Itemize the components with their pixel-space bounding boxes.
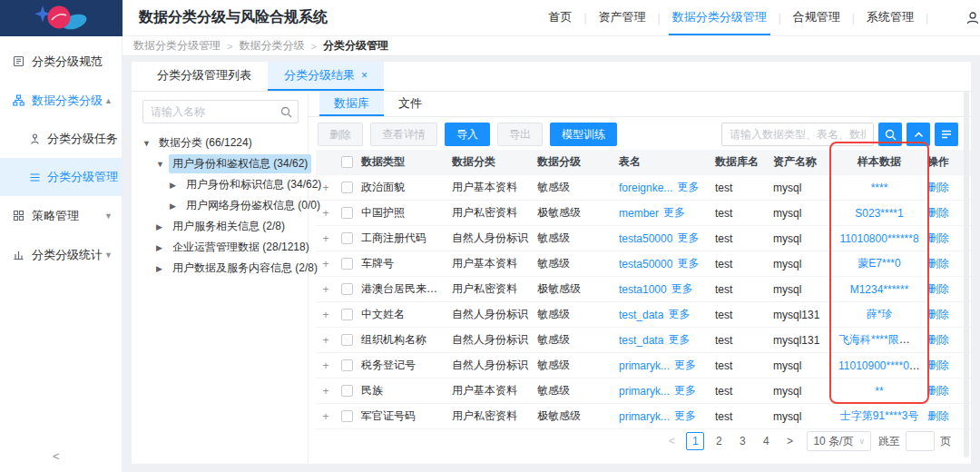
row-checkbox[interactable] [341,334,353,346]
expand-row-icon[interactable]: + [316,385,336,398]
toolbar-button-3[interactable]: 导入 [445,123,490,146]
page-number-2[interactable]: 2 [710,432,728,450]
delete-row-link[interactable]: 删除 [927,333,949,346]
expand-row-icon[interactable]: + [316,410,336,423]
result-tab-2[interactable]: 文件 [384,92,436,116]
table-name-link[interactable]: foreignke... [619,182,672,194]
table-name-link[interactable]: primaryk... [619,410,670,423]
more-link[interactable]: 更多 [668,332,690,348]
nav-item-1[interactable]: 首页 [544,0,575,35]
delete-row-link[interactable]: 删除 [927,231,949,244]
row-checkbox[interactable] [341,359,353,371]
table-search-input[interactable] [721,123,874,146]
close-tab-icon[interactable]: × [361,69,368,82]
more-link[interactable]: 更多 [677,231,699,246]
more-link[interactable]: 更多 [668,307,690,322]
caret-down-icon[interactable]: ▼ [142,139,155,148]
nav-item-4[interactable]: 合规管理 [789,0,844,35]
sidebar-subitem-2-2[interactable]: 分类分级管理 [0,158,122,196]
more-link[interactable]: 更多 [677,256,699,271]
more-link[interactable]: 更多 [663,205,685,221]
sample-data-value[interactable]: 薛*珍 [867,308,893,320]
page-size-select[interactable]: 10 条/页∨ [807,431,871,451]
tree-node-2[interactable]: ▼用户身份和鉴权信息 (34/62) [142,153,299,174]
column-settings-button[interactable] [935,123,958,146]
tree-node-4[interactable]: ▶用户网络身份鉴权信息 (0/0) [142,195,299,216]
tree-node-5[interactable]: ▶用户服务相关信息 (2/8) [142,216,299,237]
select-all-checkbox[interactable] [341,156,353,168]
page-number-3[interactable]: 3 [733,432,751,450]
result-tab-1[interactable]: 数据库 [319,92,384,116]
caret-right-icon[interactable]: ▶ [170,202,182,211]
expand-row-icon[interactable]: + [316,309,336,321]
delete-row-link[interactable]: 删除 [927,409,949,422]
delete-row-link[interactable]: 删除 [927,206,949,219]
nav-item-2[interactable]: 资产管理 [595,0,650,35]
caret-down-icon[interactable]: ▼ [156,160,169,169]
sample-data-value[interactable]: 飞海科****限公司 [838,333,921,346]
caret-right-icon[interactable]: ▶ [156,243,169,252]
caret-right-icon[interactable]: ▶ [156,264,169,273]
expand-row-icon[interactable]: + [316,359,336,372]
prev-page-button[interactable]: < [662,432,681,450]
search-button[interactable] [878,123,902,146]
page-number-1[interactable]: 1 [686,432,704,450]
caret-right-icon[interactable]: ▶ [156,222,169,231]
sample-data-value[interactable]: **** [871,182,888,194]
toolbar-button-5[interactable]: 模型训练 [550,123,617,146]
table-name-link[interactable]: test_data [619,334,663,347]
breadcrumb-item[interactable]: 数据分类分级管理 [133,38,220,54]
tree-node-3[interactable]: ▶用户身份和标识信息 (34/62) [142,174,299,195]
sidebar-item-1[interactable]: 分类分级规范 [0,42,122,81]
page-number-4[interactable]: 4 [757,432,775,450]
delete-row-link[interactable]: 删除 [927,282,949,295]
tree-node-6[interactable]: ▶企业运营管理数据 (28/1218) [142,237,299,258]
sample-data-value[interactable]: S023****1 [855,207,903,220]
more-link[interactable]: 更多 [671,281,693,297]
sample-data-value[interactable]: 蒙E7***0 [858,257,900,270]
nav-item-3[interactable]: 数据分类分级管理 [669,0,770,35]
sample-data-value[interactable]: 11010900****000 [838,359,921,372]
breadcrumb-item[interactable]: 数据分类分级 [239,38,304,54]
caret-right-icon[interactable]: ▶ [170,181,182,190]
row-checkbox[interactable] [341,232,353,244]
breadcrumb-item[interactable]: 分类分级管理 [323,38,388,54]
delete-row-link[interactable]: 删除 [927,384,949,397]
table-name-link[interactable]: member [619,207,659,220]
row-checkbox[interactable] [341,207,353,219]
row-checkbox[interactable] [341,385,353,397]
sidebar-subitem-2-1[interactable]: 分类分级任务 [0,120,122,158]
sidebar-collapse-icon[interactable]: < [53,449,60,463]
more-link[interactable]: 更多 [674,358,696,373]
table-name-link[interactable]: primaryk... [619,359,670,372]
expand-row-icon[interactable]: + [316,182,336,194]
toolbar-button-1[interactable]: 删除 [318,123,363,146]
more-link[interactable]: 更多 [674,383,696,398]
tree-node-1[interactable]: ▼数据分类 (66/1224) [142,133,299,153]
row-checkbox[interactable] [341,309,353,320]
delete-row-link[interactable]: 删除 [927,359,949,371]
collapse-search-button[interactable] [906,123,930,146]
sidebar-item-4[interactable]: 分类分级统计▼ [0,235,122,274]
table-name-link[interactable]: testa1000 [619,283,667,296]
row-checkbox[interactable] [341,283,353,295]
delete-row-link[interactable]: 删除 [927,257,949,270]
next-page-button[interactable]: > [780,432,799,450]
vertical-scrollbar[interactable] [964,91,969,457]
more-link[interactable]: 更多 [677,180,699,195]
sample-data-value[interactable]: M1234****** [850,283,909,296]
search-icon[interactable] [280,106,292,118]
table-name-link[interactable]: test_data [619,309,663,321]
page-tab-2[interactable]: 分类分级结果× [268,62,384,91]
table-name-link[interactable]: primaryk... [619,385,670,398]
sidebar-item-2[interactable]: 数据分类分级▲ [0,81,122,120]
sidebar-item-3[interactable]: 策略管理▼ [0,196,122,235]
sample-data-value[interactable]: ** [875,385,883,398]
expand-row-icon[interactable]: + [316,258,336,270]
tree-node-7[interactable]: ▶用户数据及服务内容信息 (2/8) [142,258,299,279]
expand-row-icon[interactable]: + [316,334,336,347]
toolbar-button-4[interactable]: 导出 [497,123,543,146]
user-icon[interactable] [965,11,980,25]
toolbar-button-2[interactable]: 查看详情 [370,123,437,146]
more-link[interactable]: 更多 [674,408,696,424]
